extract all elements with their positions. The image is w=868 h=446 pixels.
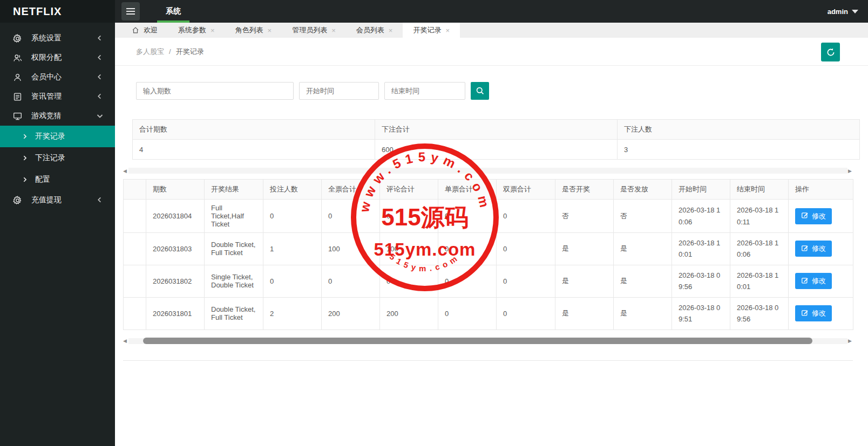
sidebar-item-权限分配[interactable]: 权限分配	[0, 48, 115, 67]
tab-label: 开奖记录	[413, 25, 441, 35]
column-header: 操作	[789, 180, 853, 200]
cell: 2026-03-18 10:06	[672, 200, 730, 233]
cell: 0	[438, 200, 497, 233]
summary-header-cell: 下注人数	[618, 120, 860, 140]
breadcrumb-current: 开奖记录	[176, 47, 204, 57]
tab-管理员列表[interactable]: 管理员列表×	[282, 23, 346, 38]
cell: 200	[380, 297, 438, 330]
close-tab-icon[interactable]: ×	[268, 27, 272, 34]
column-header: 投注人数	[263, 180, 322, 200]
cell: 2026-03-18 09:51	[672, 297, 730, 330]
scroll-left-icon[interactable]: ◀	[123, 337, 128, 345]
close-tab-icon[interactable]: ×	[331, 27, 336, 34]
cell: 是	[555, 233, 614, 265]
cell: 0	[380, 200, 438, 233]
cell: 0	[497, 297, 555, 330]
sidebar-subitem-下注记录[interactable]: 下注记录	[0, 147, 115, 169]
search-button[interactable]	[471, 82, 489, 100]
sidebar-item-系统设置[interactable]: 系统设置	[0, 29, 115, 48]
close-tab-icon[interactable]: ×	[389, 27, 393, 34]
tab-会员列表[interactable]: 会员列表×	[346, 23, 403, 38]
sidebar-item-label: 系统设置	[31, 33, 97, 43]
user-icon	[13, 73, 22, 82]
sidebar-subitem-label: 开奖记录	[35, 132, 65, 141]
chevron-left-icon	[97, 197, 103, 203]
edit-button[interactable]: 修改	[795, 273, 832, 289]
action-cell: 修改	[789, 265, 853, 297]
cell: 2026-03-18 10:01	[730, 265, 789, 297]
tab-系统参数[interactable]: 系统参数×	[168, 23, 225, 38]
sidebar-toggle-button[interactable]	[121, 2, 140, 20]
sidebar-item-充值提现[interactable]: 充值提现	[0, 190, 115, 210]
cell: 200	[322, 297, 380, 330]
chevron-right-icon	[22, 155, 28, 161]
home-icon	[132, 26, 139, 34]
cell: 0	[497, 265, 555, 297]
tab-label: 管理员列表	[292, 25, 327, 35]
table-row: 2026031804Full Ticket,Half Ticket00000否否…	[124, 200, 853, 233]
cell: 是	[614, 297, 672, 330]
chevron-left-icon	[97, 35, 103, 42]
summary-header-cell: 下注合计	[375, 120, 618, 140]
tab-角色列表[interactable]: 角色列表×	[225, 23, 282, 38]
cell: 100	[322, 233, 380, 265]
start-time-input[interactable]	[299, 82, 379, 100]
summary-table: 合计期数下注合计下注人数 46003	[132, 119, 860, 160]
sidebar-item-会员中心[interactable]: 会员中心	[0, 67, 115, 87]
sidebar-subitem-配置[interactable]: 配置	[0, 169, 115, 190]
scrollbar-track[interactable]	[128, 168, 847, 174]
users-icon	[13, 53, 22, 63]
search-icon	[476, 86, 485, 95]
user-menu[interactable]: admin	[828, 0, 858, 23]
edit-button[interactable]: 修改	[795, 305, 832, 321]
scroll-right-icon[interactable]: ▶	[848, 337, 853, 345]
edit-button-label: 修改	[812, 211, 826, 221]
period-input[interactable]	[136, 82, 294, 100]
tab-欢迎[interactable]: 欢迎	[121, 23, 168, 38]
cell: 2026031804	[146, 200, 205, 233]
app-window: NETFLIX 系统设置权限分配会员中心资讯管理游戏竞猜开奖记录下注记录配置充值…	[0, 0, 868, 446]
cell	[124, 265, 146, 297]
cell: 2026031802	[146, 265, 205, 297]
cell: 2026031801	[146, 297, 205, 330]
table-row: 2026031801Double Ticket, Full Ticket2200…	[124, 297, 853, 330]
edit-icon	[801, 309, 809, 318]
close-tab-icon[interactable]: ×	[445, 27, 450, 34]
column-header: 结束时间	[730, 180, 789, 200]
gear-icon	[13, 196, 22, 205]
edit-button[interactable]: 修改	[795, 241, 832, 257]
sidebar-subitem-开奖记录[interactable]: 开奖记录	[0, 126, 115, 147]
summary-value-cell: 3	[618, 140, 860, 160]
tab-label: 会员列表	[356, 25, 384, 35]
breadcrumb-parent[interactable]: 多人股宝	[136, 47, 164, 57]
sidebar-item-游戏竞猜[interactable]: 游戏竞猜	[0, 106, 115, 126]
cell: 是	[555, 297, 614, 330]
sidebar: NETFLIX 系统设置权限分配会员中心资讯管理游戏竞猜开奖记录下注记录配置充值…	[0, 0, 115, 446]
sidebar-item-资讯管理[interactable]: 资讯管理	[0, 87, 115, 106]
chevron-right-icon	[22, 177, 28, 182]
cell: 2	[263, 297, 322, 330]
sidebar-item-label: 游戏竞猜	[31, 111, 97, 121]
edit-icon	[801, 244, 809, 253]
end-time-input[interactable]	[384, 82, 465, 100]
cell: 是	[555, 265, 614, 297]
column-header: 期数	[146, 180, 205, 200]
cell: 0	[263, 200, 322, 233]
scroll-left-icon[interactable]: ◀	[123, 167, 128, 175]
close-tab-icon[interactable]: ×	[211, 27, 215, 34]
cell: 2026-03-18 10:11	[730, 200, 789, 233]
cell: 2026-03-18 10:06	[730, 233, 789, 265]
sidebar-menu: 系统设置权限分配会员中心资讯管理游戏竞猜开奖记录下注记录配置充值提现	[0, 23, 115, 210]
cell	[124, 200, 146, 233]
scrollbar-thumb[interactable]	[143, 338, 812, 344]
scroll-right-icon[interactable]: ▶	[848, 167, 853, 175]
refresh-button[interactable]	[821, 43, 840, 61]
cell: 2026-03-18 09:56	[730, 297, 789, 330]
horizontal-scrollbar-bottom: ◀ ▶	[123, 337, 853, 345]
topnav-item-system[interactable]: 系统	[150, 0, 197, 23]
cell: Double Ticket, Full Ticket	[205, 297, 263, 330]
cell: 2026-03-18 09:56	[672, 265, 730, 297]
tab-开奖记录[interactable]: 开奖记录×	[403, 23, 460, 38]
cell: 0	[322, 265, 380, 297]
edit-button[interactable]: 修改	[795, 208, 832, 224]
